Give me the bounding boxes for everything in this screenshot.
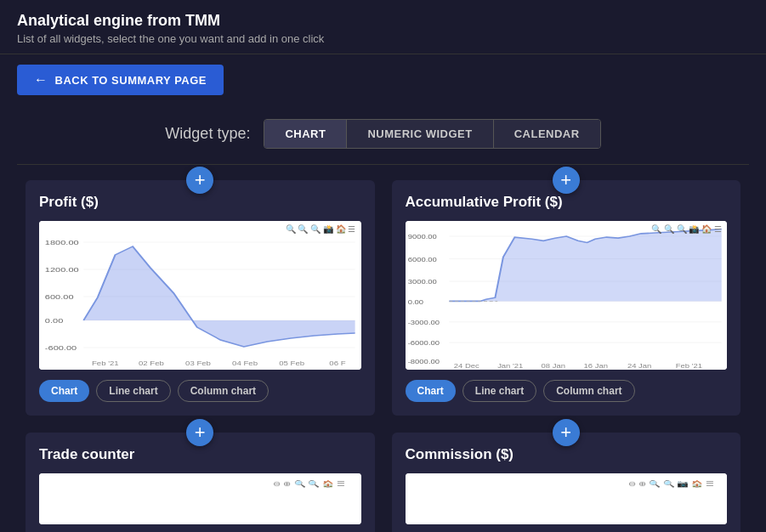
tab-chart[interactable]: CHART bbox=[264, 120, 347, 148]
page-subtitle: List of all widgets, select the one you … bbox=[17, 32, 749, 45]
back-button-container: ← BACK TO SUMMARY PAGE bbox=[0, 54, 766, 105]
svg-text:1200.00: 1200.00 bbox=[45, 266, 79, 274]
tab-calendar[interactable]: CALENDAR bbox=[494, 120, 600, 148]
svg-text:1800.00: 1800.00 bbox=[45, 239, 79, 246]
svg-text:0.00: 0.00 bbox=[45, 317, 63, 325]
back-button-label: BACK TO SUMMARY PAGE bbox=[55, 74, 207, 87]
profit-title: Profit ($) bbox=[39, 194, 361, 211]
widget-grid: + Profit ($) 1800.00 1200.00 600.00 0.00… bbox=[0, 172, 766, 532]
accum-profit-title: Accumulative Profit ($) bbox=[406, 194, 728, 211]
profit-badges: Chart Line chart Column chart bbox=[39, 380, 361, 402]
svg-text:Jan '21: Jan '21 bbox=[497, 362, 524, 370]
widget-type-bar: Widget type: CHART NUMERIC WIDGET CALEND… bbox=[0, 105, 766, 157]
page-title: Analytical engine from TMM bbox=[17, 12, 749, 30]
svg-text:9000.00: 9000.00 bbox=[407, 233, 436, 241]
profit-chart-area: 1800.00 1200.00 600.00 0.00 -600.00 Feb … bbox=[39, 221, 361, 370]
svg-text:600.00: 600.00 bbox=[45, 293, 74, 301]
accum-profit-badge-chart[interactable]: Chart bbox=[406, 380, 456, 402]
widget-card-accum-profit: + Accumulative Profit ($) 9000.00 6000.0… bbox=[392, 180, 741, 416]
page-header: Analytical engine from TMM List of all w… bbox=[0, 0, 766, 54]
profit-badge-line-chart[interactable]: Line chart bbox=[96, 380, 170, 402]
profit-chart-toolbar: 🔍 🔍 🔍 📸 🏠 ☰ bbox=[286, 224, 356, 234]
svg-text:-8000.00: -8000.00 bbox=[407, 358, 440, 365]
trade-counter-chart-area: ⊖ ⊕ 🔍 🔍 🏠 ☰ bbox=[39, 473, 361, 524]
svg-text:3000.00: 3000.00 bbox=[407, 278, 436, 286]
accum-profit-badge-column-chart[interactable]: Column chart bbox=[543, 380, 634, 402]
svg-text:04 Feb: 04 Feb bbox=[232, 359, 258, 366]
svg-text:05 Feb: 05 Feb bbox=[279, 359, 304, 366]
svg-text:-600.00: -600.00 bbox=[45, 344, 77, 352]
commission-chart-area: ⊖ ⊕ 🔍 🔍 📷 🏠 ☰ bbox=[406, 473, 728, 524]
accum-profit-badge-line-chart[interactable]: Line chart bbox=[462, 380, 536, 402]
add-accum-profit-button[interactable]: + bbox=[553, 167, 580, 194]
add-trade-counter-button[interactable]: + bbox=[186, 419, 213, 446]
svg-text:⊖ ⊕ 🔍 🔍 🏠 ☰: ⊖ ⊕ 🔍 🔍 🏠 ☰ bbox=[273, 480, 345, 489]
svg-text:24 Dec: 24 Dec bbox=[453, 362, 479, 370]
svg-text:-3000.00: -3000.00 bbox=[407, 319, 440, 326]
accum-profit-chart-svg: 9000.00 6000.00 3000.00 0.00 -3000.00 -6… bbox=[406, 221, 728, 370]
tab-numeric-widget[interactable]: NUMERIC WIDGET bbox=[347, 120, 493, 148]
widget-card-profit: + Profit ($) 1800.00 1200.00 600.00 0.00… bbox=[26, 180, 375, 416]
svg-text:06 F: 06 F bbox=[329, 359, 345, 366]
widget-type-label: Widget type: bbox=[165, 125, 250, 143]
section-divider bbox=[17, 164, 749, 165]
widget-type-tabs: CHART NUMERIC WIDGET CALENDAR bbox=[264, 119, 600, 149]
svg-text:03 Feb: 03 Feb bbox=[185, 359, 211, 366]
profit-badge-chart[interactable]: Chart bbox=[39, 380, 89, 402]
trade-counter-title: Trade counter bbox=[39, 446, 361, 463]
widget-card-trade-counter: + Trade counter ⊖ ⊕ 🔍 🔍 🏠 ☰ bbox=[26, 433, 375, 532]
widget-card-commission: + Commission ($) ⊖ ⊕ 🔍 🔍 📷 🏠 ☰ bbox=[392, 433, 741, 532]
add-commission-button[interactable]: + bbox=[553, 419, 580, 446]
svg-text:-6000.00: -6000.00 bbox=[407, 339, 440, 347]
trade-counter-chart-svg: ⊖ ⊕ 🔍 🔍 🏠 ☰ bbox=[39, 473, 361, 524]
profit-badge-column-chart[interactable]: Column chart bbox=[178, 380, 269, 402]
svg-text:⊖ ⊕ 🔍 🔍 📷 🏠 ☰: ⊖ ⊕ 🔍 🔍 📷 🏠 ☰ bbox=[627, 480, 714, 489]
profit-chart-svg: 1800.00 1200.00 600.00 0.00 -600.00 Feb … bbox=[39, 221, 361, 370]
svg-text:16 Jan: 16 Jan bbox=[583, 362, 608, 370]
back-to-summary-button[interactable]: ← BACK TO SUMMARY PAGE bbox=[17, 65, 224, 95]
commission-title: Commission ($) bbox=[406, 446, 728, 463]
svg-text:0.00: 0.00 bbox=[407, 298, 423, 306]
back-arrow-icon: ← bbox=[34, 73, 48, 87]
accum-profit-chart-toolbar: 🔍 🔍 🔍 📸 🏠 ☰ bbox=[651, 224, 722, 234]
svg-text:Feb '21: Feb '21 bbox=[92, 359, 119, 366]
svg-text:6000.00: 6000.00 bbox=[407, 256, 436, 263]
commission-chart-svg: ⊖ ⊕ 🔍 🔍 📷 🏠 ☰ bbox=[406, 473, 728, 524]
add-profit-button[interactable]: + bbox=[186, 167, 213, 194]
accum-profit-chart-area: 9000.00 6000.00 3000.00 0.00 -3000.00 -6… bbox=[406, 221, 728, 370]
svg-text:02 Feb: 02 Feb bbox=[139, 359, 164, 366]
accum-profit-badges: Chart Line chart Column chart bbox=[406, 380, 728, 402]
svg-text:24 Jan: 24 Jan bbox=[627, 362, 651, 370]
svg-text:Feb '21: Feb '21 bbox=[675, 362, 702, 370]
svg-text:08 Jan: 08 Jan bbox=[541, 362, 565, 370]
